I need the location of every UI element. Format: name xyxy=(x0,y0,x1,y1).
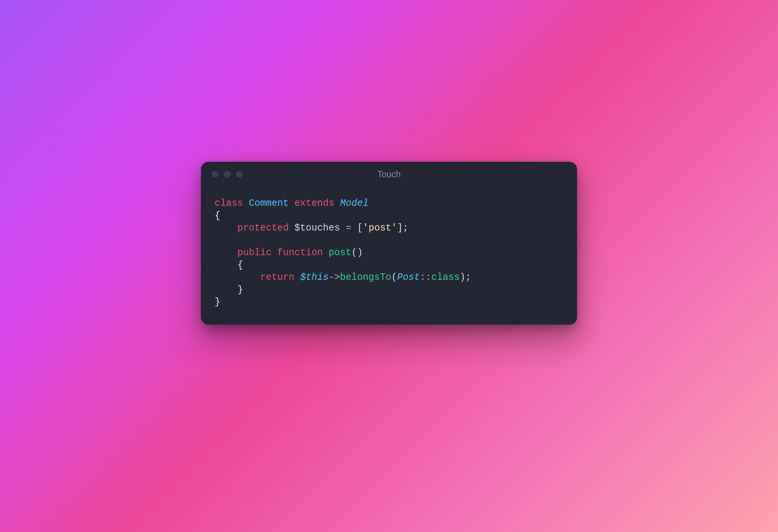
string-post: post xyxy=(368,223,391,234)
class-name: Comment xyxy=(249,198,289,209)
bracket-close: ] xyxy=(397,223,403,234)
window-title: Touch xyxy=(377,169,400,180)
brace-open: { xyxy=(237,260,243,271)
method-belongsto: belongsTo xyxy=(340,272,391,283)
variable-touches: $touches xyxy=(294,223,340,234)
variable-this: $this xyxy=(300,272,329,283)
brace-close: } xyxy=(237,284,243,295)
function-name: post xyxy=(329,247,351,258)
semicolon: ; xyxy=(465,272,471,283)
keyword-extends: extends xyxy=(294,198,334,209)
class-keyword: class xyxy=(431,272,460,283)
keyword-public: public xyxy=(237,247,272,258)
keyword-return: return xyxy=(260,272,294,283)
semicolon: ; xyxy=(403,223,408,234)
operator-eq: = xyxy=(340,223,357,234)
paren-open: ( xyxy=(391,272,397,283)
string-quote: ' xyxy=(391,223,397,234)
traffic-lights xyxy=(212,171,243,178)
operator-arrow: -> xyxy=(329,272,340,283)
maximize-icon[interactable] xyxy=(236,171,243,178)
code-window: Touch class Comment extends Model { prot… xyxy=(201,162,577,325)
string-quote: ' xyxy=(363,223,368,234)
keyword-function: function xyxy=(277,247,323,258)
brace-close: } xyxy=(215,297,220,308)
close-icon[interactable] xyxy=(212,171,218,178)
parent-class: Model xyxy=(340,198,368,209)
keyword-protected: protected xyxy=(237,223,289,234)
parens: () xyxy=(351,247,363,258)
scope-op: :: xyxy=(420,272,431,283)
paren-close: ) xyxy=(460,272,465,283)
bracket-open: [ xyxy=(357,223,363,234)
minimize-icon[interactable] xyxy=(224,171,231,178)
brace-open: { xyxy=(215,210,220,221)
window-titlebar: Touch xyxy=(201,162,577,182)
code-content[interactable]: class Comment extends Model { protected … xyxy=(201,182,577,325)
class-post: Post xyxy=(397,272,420,283)
keyword-class: class xyxy=(215,198,243,209)
